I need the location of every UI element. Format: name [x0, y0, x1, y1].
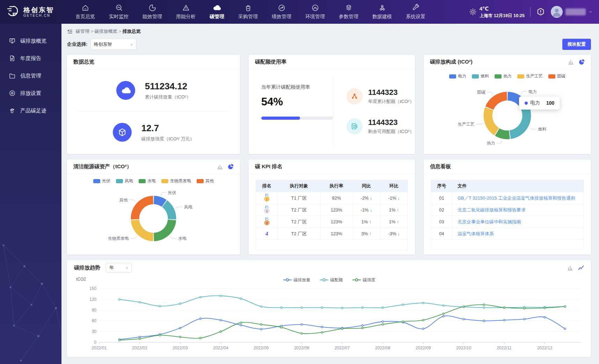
- data-point[interactable]: [261, 328, 262, 330]
- data-point[interactable]: [321, 332, 323, 333]
- pie-chart-toggle-icon[interactable]: [228, 164, 234, 170]
- nav-item-monitor[interactable]: 实时监控: [109, 4, 129, 20]
- legend-item[interactable]: 水电: [139, 178, 156, 184]
- data-point[interactable]: [463, 306, 465, 307]
- legend-item[interactable]: 生物质发电: [161, 178, 191, 184]
- data-point[interactable]: [139, 336, 141, 338]
- file-link[interactable]: 温室气体核算体系: [458, 231, 494, 236]
- legend-item[interactable]: 燃料: [472, 73, 489, 79]
- data-point[interactable]: [321, 307, 323, 309]
- nav-item-settings[interactable]: 系统设置: [406, 4, 425, 20]
- data-point[interactable]: [200, 337, 202, 339]
- data-point[interactable]: [402, 304, 404, 306]
- enterprise-select[interactable]: 格创东智 ∨: [90, 39, 137, 50]
- sidebar-item-info[interactable]: 信息管理: [0, 67, 61, 84]
- data-point[interactable]: [119, 339, 120, 341]
- data-point[interactable]: [564, 328, 566, 330]
- data-point[interactable]: [483, 307, 485, 309]
- data-point[interactable]: [280, 327, 282, 328]
- nav-item-home[interactable]: 首页总览: [75, 4, 95, 20]
- data-point[interactable]: [341, 307, 343, 309]
- legend-item[interactable]: 光伏: [93, 178, 110, 184]
- nav-item-analysis[interactable]: 用能分析: [176, 4, 196, 20]
- data-point[interactable]: [483, 304, 485, 306]
- data-point[interactable]: [261, 306, 262, 307]
- legend-item[interactable]: 热力: [495, 73, 512, 79]
- module-config-button[interactable]: 模块配置: [562, 39, 591, 50]
- pie-slice-4[interactable]: [131, 196, 153, 220]
- data-point[interactable]: [382, 307, 383, 309]
- legend-item[interactable]: 生产工艺: [517, 73, 543, 79]
- data-point[interactable]: [524, 307, 525, 309]
- trend-legend-item[interactable]: 碳强度: [352, 277, 375, 283]
- breadcrumb-item[interactable]: 碳排放概览: [95, 29, 117, 34]
- data-point[interactable]: [200, 296, 202, 298]
- user-menu[interactable]: [551, 6, 593, 18]
- data-point[interactable]: [280, 307, 282, 309]
- bar-chart-toggle-icon[interactable]: [568, 59, 574, 65]
- breadcrumb-item[interactable]: 碳管理: [76, 29, 89, 34]
- nav-item-carbon[interactable]: 碳管理: [210, 4, 224, 20]
- bar-chart-toggle-icon[interactable]: [567, 265, 573, 271]
- sidebar-item-report[interactable]: 年度报告: [0, 50, 61, 67]
- data-point[interactable]: [463, 318, 465, 320]
- nav-item-env[interactable]: 环境管理: [305, 4, 325, 20]
- data-point[interactable]: [301, 333, 302, 334]
- pie-slice-3[interactable]: [483, 107, 499, 135]
- sidebar-item-footprint[interactable]: 产品碳足迹: [0, 102, 61, 119]
- data-point[interactable]: [443, 305, 444, 306]
- breadcrumb-item[interactable]: 排放总览: [123, 29, 141, 34]
- data-point[interactable]: [524, 318, 525, 320]
- data-point[interactable]: [503, 319, 505, 321]
- data-point[interactable]: [422, 302, 424, 304]
- data-point[interactable]: [240, 298, 242, 299]
- data-point[interactable]: [139, 338, 141, 340]
- file-link[interactable]: 北京企事业单位碳中和实施指南: [458, 219, 521, 224]
- nav-item-energy[interactable]: 能效管理: [143, 4, 162, 20]
- data-point[interactable]: [180, 327, 181, 329]
- pie-chart-toggle-icon[interactable]: [579, 59, 585, 65]
- pie-slice-4[interactable]: [485, 92, 507, 110]
- file-link[interactable]: GB／T 32150-2015 工业企业温室气体排放核算和报告通则: [458, 195, 575, 201]
- logo[interactable]: 格创东智 GETECH.CN: [5, 4, 64, 20]
- data-point[interactable]: [422, 328, 424, 330]
- legend-item[interactable]: 其他: [197, 178, 214, 184]
- pie-slice-1[interactable]: [510, 106, 531, 139]
- data-point[interactable]: [301, 324, 302, 325]
- nav-item-params[interactable]: 参数管理: [339, 4, 358, 20]
- data-point[interactable]: [261, 324, 262, 325]
- data-point[interactable]: [341, 328, 343, 330]
- data-point[interactable]: [382, 324, 383, 325]
- trend-period-select[interactable]: 年 ∨: [106, 263, 132, 273]
- data-point[interactable]: [564, 306, 566, 307]
- data-point[interactable]: [503, 307, 505, 309]
- data-point[interactable]: [361, 327, 363, 329]
- data-point[interactable]: [180, 303, 181, 305]
- data-point[interactable]: [382, 321, 383, 322]
- data-point[interactable]: [220, 331, 222, 333]
- data-point[interactable]: [361, 325, 363, 326]
- nav-item-perf[interactable]: 绩效管理: [272, 4, 291, 20]
- data-point[interactable]: [443, 315, 444, 317]
- sidebar-item-overview[interactable]: 碳排放概览: [0, 32, 61, 50]
- data-point[interactable]: [119, 298, 120, 300]
- data-point[interactable]: [180, 336, 181, 338]
- bar-chart-toggle-icon[interactable]: [217, 164, 223, 170]
- line-chart-toggle-icon[interactable]: [578, 265, 584, 271]
- alert-hexagon-icon[interactable]: [536, 7, 545, 16]
- trend-legend-item[interactable]: 碳排放量: [283, 277, 311, 283]
- sidebar-item-emission[interactable]: 排放设置: [0, 84, 61, 102]
- data-point[interactable]: [321, 326, 323, 328]
- pie-slice-3[interactable]: [131, 220, 153, 241]
- data-point[interactable]: [220, 319, 222, 321]
- data-point[interactable]: [361, 307, 363, 309]
- legend-item[interactable]: 风电: [116, 178, 133, 184]
- data-point[interactable]: [544, 307, 546, 309]
- data-point[interactable]: [443, 313, 444, 315]
- data-point[interactable]: [483, 320, 485, 322]
- data-point[interactable]: [159, 305, 161, 307]
- legend-item[interactable]: 固碳: [548, 73, 565, 79]
- data-point[interactable]: [301, 307, 302, 309]
- trend-legend-item[interactable]: 碳配额: [320, 277, 343, 283]
- data-point[interactable]: [402, 321, 404, 322]
